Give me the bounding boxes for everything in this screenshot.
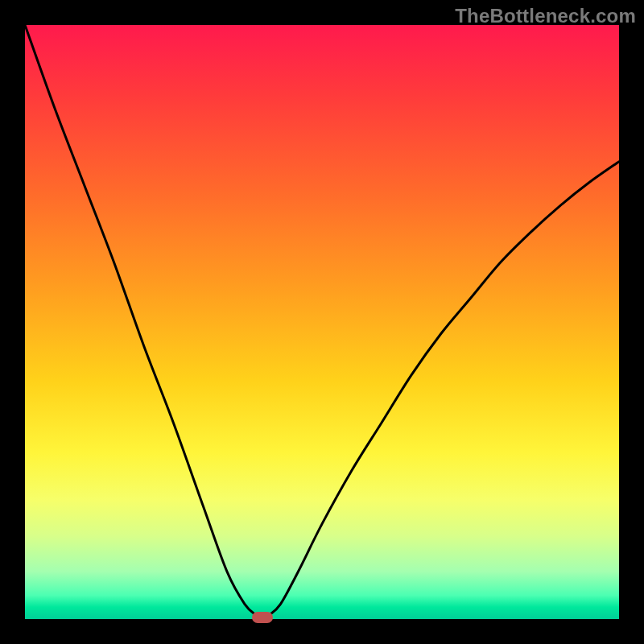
- plot-area: [25, 25, 619, 619]
- minimum-marker: [252, 612, 273, 623]
- bottleneck-curve: [25, 25, 619, 619]
- chart-frame: TheBottleneck.com: [0, 0, 644, 644]
- watermark-text: TheBottleneck.com: [455, 5, 636, 27]
